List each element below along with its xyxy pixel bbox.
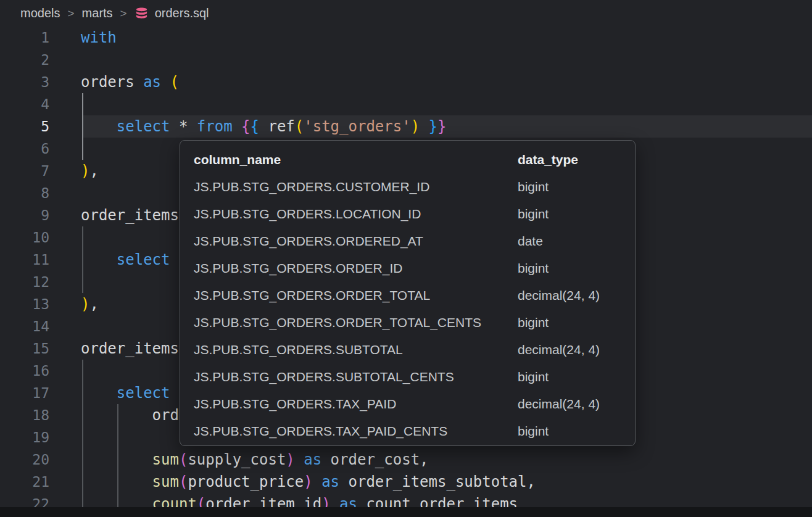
column-name-cell: JS.PUB.STG_ORDERS.TAX_PAID	[194, 397, 396, 412]
line-number: 21	[0, 471, 49, 493]
code-text	[49, 315, 81, 337]
table-row: JS.PUB.STG_ORDERS.CUSTOMER_IDbigint	[180, 173, 635, 201]
line-number: 17	[0, 382, 49, 404]
popup-header-column-name: column_name	[194, 152, 281, 167]
chevron-right-icon: >	[120, 7, 127, 20]
popup-header-data-type: data_type	[518, 152, 578, 167]
code-text	[49, 182, 81, 204]
line-number: 15	[0, 337, 49, 360]
popup-header-row: column_name data_type	[180, 146, 635, 173]
breadcrumb-item-marts[interactable]: marts	[82, 6, 113, 20]
line-number: 14	[0, 315, 49, 337]
table-row: JS.PUB.STG_ORDERS.TAX_PAIDdecimal(24, 4)	[180, 391, 635, 418]
code-text: order_items	[49, 337, 179, 360]
code-text: ),	[49, 293, 99, 315]
breadcrumb-file-name[interactable]: orders.sql	[155, 6, 209, 20]
code-text: ord	[49, 404, 179, 426]
code-text	[49, 93, 81, 115]
database-icon	[135, 7, 149, 20]
column-name-cell: JS.PUB.STG_ORDERS.SUBTOTAL	[194, 342, 403, 357]
table-row: JS.PUB.STG_ORDERS.ORDER_TOTALdecimal(24,…	[180, 282, 635, 309]
line-number: 8	[0, 182, 49, 204]
code-text	[49, 49, 81, 71]
data-type-cell: bigint	[518, 261, 549, 276]
code-text	[49, 226, 81, 249]
line-number: 20	[0, 449, 49, 471]
column-name-cell: JS.PUB.STG_ORDERS.ORDER_TOTAL_CENTS	[194, 315, 481, 330]
column-name-cell: JS.PUB.STG_ORDERS.ORDER_TOTAL	[194, 288, 430, 303]
line-number: 5	[0, 115, 49, 138]
column-name-cell: JS.PUB.STG_ORDERS.ORDER_ID	[194, 261, 402, 276]
popup-rows: JS.PUB.STG_ORDERS.CUSTOMER_IDbigintJS.PU…	[180, 173, 635, 445]
code-text	[49, 138, 81, 160]
column-name-cell: JS.PUB.STG_ORDERS.ORDERED_AT	[194, 234, 423, 249]
code-line[interactable]: 3orders as (	[0, 71, 812, 93]
line-number: 3	[0, 71, 49, 93]
code-text: order_items	[49, 204, 179, 226]
data-type-cell: bigint	[518, 315, 549, 330]
code-text	[49, 426, 81, 449]
code-line[interactable]: 21 sum(product_price) as order_items_sub…	[0, 471, 812, 493]
code-text	[49, 360, 81, 382]
code-line[interactable]: 4	[0, 93, 812, 115]
breadcrumb: models > marts > orders.sql	[0, 0, 812, 27]
code-editor: models > marts > orders.sql 1with23order…	[0, 0, 812, 517]
code-text: sum(supply_cost) as order_cost,	[49, 449, 429, 471]
line-number: 7	[0, 160, 49, 182]
table-row: JS.PUB.STG_ORDERS.ORDER_IDbigint	[180, 255, 635, 282]
code-text: select * from {{ ref('stg_orders') }}	[49, 115, 446, 138]
code-line[interactable]: 5 select * from {{ ref('stg_orders') }}	[0, 115, 812, 138]
data-type-cell: bigint	[518, 424, 549, 439]
bottom-panel-edge	[0, 507, 812, 517]
table-row: JS.PUB.STG_ORDERS.TAX_PAID_CENTSbigint	[180, 418, 635, 445]
data-type-cell: date	[518, 234, 543, 249]
line-number: 18	[0, 404, 49, 426]
code-text: select	[49, 249, 170, 271]
code-text: sum(product_price) as order_items_subtot…	[49, 471, 536, 493]
table-row: JS.PUB.STG_ORDERS.SUBTOTAL_CENTSbigint	[180, 363, 635, 391]
table-row: JS.PUB.STG_ORDERS.SUBTOTALdecimal(24, 4)	[180, 336, 635, 363]
column-name-cell: JS.PUB.STG_ORDERS.LOCATION_ID	[194, 207, 421, 221]
code-text: orders as (	[49, 71, 179, 93]
line-number: 13	[0, 293, 49, 315]
table-row: JS.PUB.STG_ORDERS.ORDERED_ATdate	[180, 228, 635, 255]
line-number: 4	[0, 93, 49, 115]
line-number: 1	[0, 27, 49, 49]
data-type-cell: bigint	[518, 370, 549, 384]
column-name-cell: JS.PUB.STG_ORDERS.CUSTOMER_ID	[194, 180, 429, 194]
code-text	[49, 271, 81, 293]
data-type-cell: decimal(24, 4)	[518, 397, 600, 412]
table-row: JS.PUB.STG_ORDERS.LOCATION_IDbigint	[180, 201, 635, 228]
code-line[interactable]: 1with	[0, 27, 812, 49]
line-number: 9	[0, 204, 49, 226]
chevron-right-icon: >	[67, 7, 74, 20]
table-row: JS.PUB.STG_ORDERS.ORDER_TOTAL_CENTSbigin…	[180, 309, 635, 336]
line-number: 16	[0, 360, 49, 382]
data-type-cell: decimal(24, 4)	[518, 288, 600, 303]
line-number: 10	[0, 226, 49, 249]
line-number: 6	[0, 138, 49, 160]
line-number: 11	[0, 249, 49, 271]
line-number: 19	[0, 426, 49, 449]
breadcrumb-item-models[interactable]: models	[20, 6, 60, 20]
column-name-cell: JS.PUB.STG_ORDERS.SUBTOTAL_CENTS	[194, 370, 454, 384]
data-type-cell: bigint	[518, 180, 549, 194]
column-name-cell: JS.PUB.STG_ORDERS.TAX_PAID_CENTS	[194, 424, 447, 439]
code-line[interactable]: 20 sum(supply_cost) as order_cost,	[0, 449, 812, 471]
line-number: 2	[0, 49, 49, 71]
column-metadata-popup: column_name data_type JS.PUB.STG_ORDERS.…	[180, 140, 636, 446]
code-line[interactable]: 2	[0, 49, 812, 71]
code-text: with	[49, 27, 117, 49]
code-text: ),	[49, 160, 99, 182]
code-text: select	[49, 382, 170, 404]
database-icon-glyph	[135, 7, 149, 20]
data-type-cell: decimal(24, 4)	[518, 342, 600, 357]
line-number: 12	[0, 271, 49, 293]
data-type-cell: bigint	[518, 207, 549, 221]
